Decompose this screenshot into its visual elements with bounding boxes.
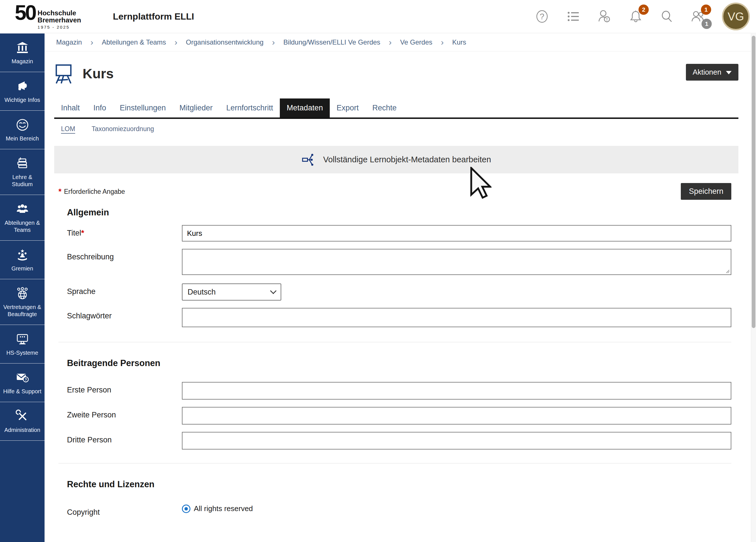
sidebar-item-lehre-studium[interactable]: Lehre & Studium bbox=[0, 149, 45, 195]
form-row-sprache: Sprache Deutsch bbox=[54, 283, 738, 301]
content: Kurs Aktionen Inhalt Info Einstellungen … bbox=[45, 63, 751, 517]
form-row-titel: Titel* bbox=[54, 225, 738, 241]
form-row-erste-person: Erste Person bbox=[54, 382, 738, 400]
sidebar-item-wichtige-infos[interactable]: Wichtige Infos bbox=[0, 72, 45, 111]
form-row-copyright: Copyright All rights reserved bbox=[54, 504, 738, 517]
sidebar-item-hs-systeme[interactable]: HS-Systeme bbox=[0, 325, 45, 364]
logo-years: 1975 - 2025 bbox=[37, 25, 81, 30]
sidebar-item-gremien[interactable]: Gremien bbox=[0, 241, 45, 279]
section-divider bbox=[58, 342, 731, 342]
copyright-option-label: All rights reserved bbox=[194, 504, 253, 513]
mail-help-icon: ? bbox=[16, 371, 29, 385]
section-heading-allgemein: Allgemein bbox=[67, 207, 738, 218]
save-button[interactable]: Speichern bbox=[681, 183, 731, 200]
form-row-beschreibung: Beschreibung bbox=[54, 249, 738, 276]
tab-inhalt[interactable]: Inhalt bbox=[54, 98, 87, 117]
museum-icon bbox=[16, 41, 29, 54]
sidebar-item-abteilungen-teams[interactable]: Abteilungen & Teams bbox=[0, 195, 45, 241]
sidebar-item-label: Magazin bbox=[12, 58, 33, 65]
notifications-icon[interactable]: 2 bbox=[628, 9, 643, 24]
svg-text:?: ? bbox=[540, 12, 544, 21]
list-icon[interactable] bbox=[566, 9, 581, 24]
titel-input[interactable] bbox=[182, 225, 731, 241]
form-row-dritte-person: Dritte Person bbox=[54, 432, 738, 449]
tab-lernfortschritt[interactable]: Lernfortschritt bbox=[219, 98, 280, 117]
page-title: Kurs bbox=[83, 66, 114, 81]
section-heading-rechte: Rechte und Lizenzen bbox=[67, 479, 738, 490]
globe-people-icon bbox=[16, 287, 29, 300]
titel-label: Titel bbox=[67, 229, 81, 237]
sidebar-item-label: Wichtige Infos bbox=[5, 96, 40, 104]
chevron-right-icon: › bbox=[272, 38, 275, 47]
breadcrumb-item[interactable]: Bildung/Wissen/ELLI Ve Gerdes bbox=[283, 38, 381, 46]
title-row: Kurs Aktionen bbox=[54, 63, 738, 84]
logo-text: Hochschule Bremerhaven 1975 - 2025 bbox=[37, 10, 81, 30]
sidebar-item-label: Mein Bereich bbox=[6, 135, 39, 142]
tab-export[interactable]: Export bbox=[330, 98, 366, 117]
actions-button[interactable]: Aktionen bbox=[686, 64, 738, 81]
user-status-icon[interactable]: ! bbox=[597, 9, 612, 24]
copyright-radio[interactable] bbox=[182, 505, 190, 513]
contacts-badge: 1 bbox=[701, 5, 711, 15]
chevron-right-icon: › bbox=[389, 38, 392, 47]
help-icon[interactable]: ? bbox=[535, 9, 549, 24]
breadcrumb-item[interactable]: Abteilungen & Teams bbox=[102, 38, 166, 46]
erste-person-label: Erste Person bbox=[67, 382, 182, 394]
people-group-icon bbox=[16, 202, 29, 216]
resize-handle[interactable] bbox=[726, 269, 730, 273]
breadcrumb-item[interactable]: Magazin bbox=[56, 38, 82, 46]
section-heading-beitragende: Beitragende Personen bbox=[67, 358, 738, 368]
dritte-person-input[interactable] bbox=[182, 432, 731, 449]
radio-dot bbox=[184, 507, 188, 511]
sidebar-item-label: Administration bbox=[4, 427, 40, 434]
megaphone-icon bbox=[16, 79, 29, 93]
subtab-taxonomiezuordnung[interactable]: Taxonomiezuordnung bbox=[92, 125, 154, 133]
dritte-person-label: Dritte Person bbox=[67, 432, 182, 444]
contacts-icon[interactable]: 1 1 bbox=[691, 9, 705, 24]
avatar[interactable]: VG bbox=[722, 3, 750, 30]
schlagwoerter-textarea[interactable] bbox=[182, 308, 731, 327]
notifications-badge: 2 bbox=[639, 5, 649, 15]
sidebar-item-label: Lehre & Studium bbox=[2, 174, 43, 188]
tab-rechte[interactable]: Rechte bbox=[366, 98, 404, 117]
sidebar-item-label: HS-Systeme bbox=[6, 349, 38, 356]
sidebar-item-administration[interactable]: Administration bbox=[0, 402, 45, 441]
sidebar-item-mein-bereich[interactable]: Mein Bereich bbox=[0, 111, 45, 149]
required-hint: Erforderliche Angabe bbox=[64, 188, 125, 196]
main-area: Magazin › Abteilungen & Teams › Organisa… bbox=[45, 33, 751, 542]
sprache-selected-value: Deutsch bbox=[188, 288, 216, 297]
breadcrumb-item[interactable]: Kurs bbox=[452, 38, 466, 46]
vertical-scrollbar[interactable] bbox=[751, 33, 756, 542]
university-logo[interactable]: 50 Hochschule Bremerhaven 1975 - 2025 bbox=[15, 3, 81, 30]
subtab-lom[interactable]: LOM bbox=[61, 125, 75, 133]
contacts-badge-secondary: 1 bbox=[702, 19, 712, 29]
sidebar-item-label: Vertretungen & Beauftragte bbox=[2, 304, 43, 318]
logo-line2: Bremerhaven bbox=[37, 17, 81, 24]
edit-full-metadata-banner[interactable]: Vollständige Lernobjekt-Metadaten bearbe… bbox=[54, 146, 738, 173]
form-row-zweite-person: Zweite Person bbox=[54, 407, 738, 425]
committee-icon bbox=[16, 248, 29, 262]
schlagwoerter-label: Schlagwörter bbox=[67, 308, 182, 320]
zweite-person-input[interactable] bbox=[182, 407, 731, 425]
chevron-right-icon: › bbox=[441, 38, 444, 47]
breadcrumb: Magazin › Abteilungen & Teams › Organisa… bbox=[45, 33, 751, 51]
tab-bar: Inhalt Info Einstellungen Mitglieder Ler… bbox=[54, 98, 738, 119]
breadcrumb-item[interactable]: Ve Gerdes bbox=[400, 38, 432, 46]
sprache-select[interactable]: Deutsch bbox=[182, 283, 281, 301]
form-row-schlagwoerter: Schlagwörter bbox=[54, 308, 738, 328]
scrollbar-thumb[interactable] bbox=[752, 36, 755, 328]
tab-metadaten[interactable]: Metadaten bbox=[280, 98, 330, 117]
search-icon[interactable] bbox=[660, 9, 674, 24]
sidebar-item-magazin[interactable]: Magazin bbox=[0, 33, 45, 72]
tab-einstellungen[interactable]: Einstellungen bbox=[113, 98, 173, 117]
tab-info[interactable]: Info bbox=[87, 98, 113, 117]
breadcrumb-item[interactable]: Organisationsentwicklung bbox=[186, 38, 263, 46]
tools-icon bbox=[16, 409, 29, 423]
screen: 50 Hochschule Bremerhaven 1975 - 2025 Le… bbox=[0, 0, 756, 542]
logo-50-mark: 50 bbox=[15, 3, 35, 22]
erste-person-input[interactable] bbox=[182, 382, 731, 400]
beschreibung-textarea[interactable] bbox=[182, 249, 731, 275]
sidebar-item-hilfe-support[interactable]: ? Hilfe & Support bbox=[0, 364, 45, 402]
tab-mitglieder[interactable]: Mitglieder bbox=[173, 98, 219, 117]
sidebar-item-vertretungen[interactable]: Vertretungen & Beauftragte bbox=[0, 279, 45, 325]
